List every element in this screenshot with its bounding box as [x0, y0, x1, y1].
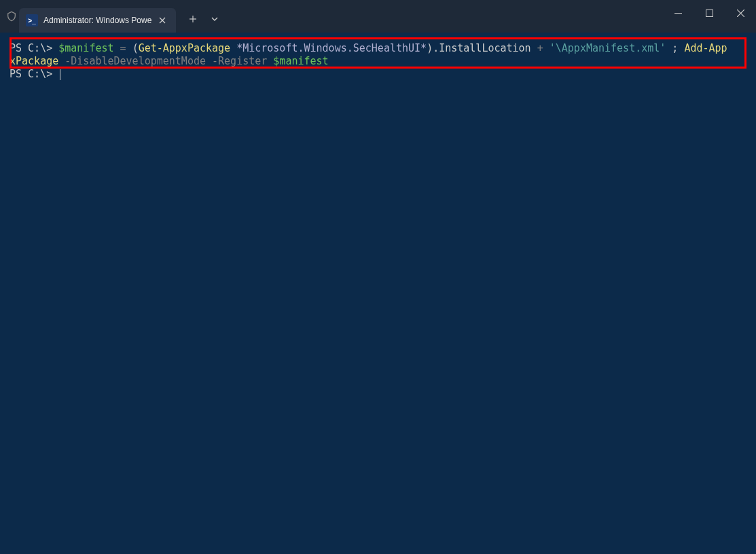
cursor [60, 69, 60, 80]
code-paren-close: ). [427, 42, 439, 54]
code-cmdlet: Add-App [684, 42, 727, 54]
svg-rect-4 [674, 13, 682, 14]
code-cmdlet: Get-AppxPackage [139, 42, 230, 54]
tab-dropdown-button[interactable] [204, 9, 225, 29]
shield-icon [0, 0, 19, 33]
close-button[interactable] [725, 0, 756, 26]
prompt-text: PS C:\> [10, 42, 58, 54]
tab-title: Administrator: Windows Powe [43, 16, 151, 25]
window-controls [662, 0, 756, 26]
maximize-button[interactable] [694, 0, 725, 26]
powershell-icon: >_ [26, 14, 38, 26]
tab-close-button[interactable] [156, 14, 169, 27]
code-cmdlet: xPackage [10, 55, 58, 67]
code-variable: $manifest [273, 55, 328, 67]
terminal-line-1: PS C:\> $manifest = (Get-AppxPackage *Mi… [10, 42, 746, 55]
titlebar: >_ Administrator: Windows Powe [0, 0, 756, 33]
code-parameter: -DisableDevelopmentMode [65, 55, 206, 67]
code-string: '\AppxManifest.xml' [550, 42, 666, 54]
tab-active[interactable]: >_ Administrator: Windows Powe [19, 8, 176, 33]
code-property: InstallLocation [439, 42, 530, 54]
titlebar-left: >_ Administrator: Windows Powe [0, 0, 225, 33]
minimize-button[interactable] [662, 0, 694, 26]
code-parameter: -Register [212, 55, 267, 67]
svg-rect-5 [706, 10, 713, 16]
prompt-text: PS C:\> [10, 68, 58, 80]
code-argument: *Microsoft.Windows.SecHealthUI* [236, 42, 427, 54]
new-tab-button[interactable] [183, 9, 203, 29]
terminal-line-2: xPackage -DisableDevelopmentMode -Regist… [10, 55, 746, 68]
terminal-area[interactable]: PS C:\> $manifest = (Get-AppxPackage *Mi… [0, 33, 756, 90]
code-operator: + [537, 42, 543, 54]
code-operator: = [114, 42, 132, 54]
code-paren: ( [132, 42, 139, 54]
terminal-line-3: PS C:\> [10, 68, 746, 81]
code-variable: $manifest [58, 42, 113, 54]
